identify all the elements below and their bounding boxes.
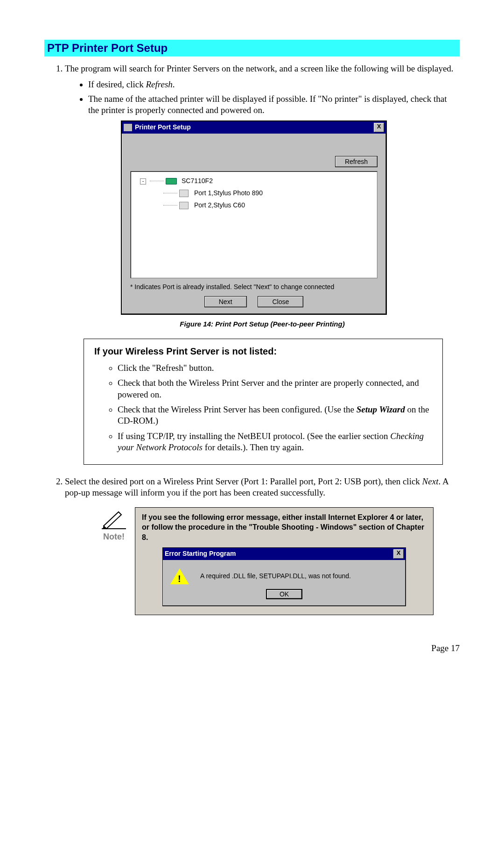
printserver-icon [166, 178, 177, 184]
tree-connector [163, 193, 177, 194]
note-block: Note! If you see the following error mes… [93, 507, 460, 615]
printer-port-setup-dialog: Printer Port Setup X Refresh - SC7110F2 [121, 121, 387, 315]
close-icon[interactable]: X [374, 123, 384, 132]
error-message: A required .DLL file, SETUPAPI.DLL, was … [200, 572, 351, 581]
ordered-steps: The program will search for Printer Serv… [44, 63, 460, 615]
next-button[interactable]: Next [204, 296, 247, 307]
ok-button[interactable]: OK [266, 589, 302, 599]
close-icon[interactable]: X [393, 549, 404, 559]
note-body: If you see the following error message, … [135, 507, 434, 615]
not-listed-box: If your Wireless Print Server is not lis… [84, 339, 443, 465]
text: If using TCP/IP, try installing the NetB… [118, 431, 390, 441]
figure-caption: Figure 14: Print Port Setup (Peer-to-pee… [65, 319, 460, 328]
page-number: Page 17 [44, 643, 460, 653]
not-listed-title: If your Wireless Print Server is not lis… [94, 346, 432, 358]
error-titlebar: Error Starting Program X [163, 548, 406, 560]
text: Select the desired port on a Wireless Pr… [65, 476, 422, 486]
tree-port2-row[interactable]: Port 2,Stylus C60 [135, 199, 372, 212]
aside-b2: Check that both the Wireless Print Serve… [118, 377, 432, 400]
port1-label: Port 1,Stylus Photo 890 [194, 189, 263, 198]
warning-icon [170, 568, 189, 584]
note-text: If you see the following error message, … [142, 512, 427, 543]
step-2: Select the desired port on a Wireless Pr… [65, 476, 460, 615]
aside-b4: If using TCP/IP, try installing the NetB… [118, 431, 432, 454]
close-button[interactable]: Close [258, 296, 303, 307]
dialog-hint: * Indicates Port is already installed. S… [130, 283, 378, 291]
dialog-titlebar: Printer Port Setup X [122, 121, 386, 134]
device-name: SC7110F2 [182, 177, 213, 185]
tree-connector [150, 181, 164, 182]
tree-device-row[interactable]: - SC7110F2 [135, 175, 372, 187]
text: . [173, 79, 175, 89]
step1-bullet-printer-name: The name of the attached printer will be… [88, 93, 460, 116]
error-title: Error Starting Program [165, 550, 236, 558]
tree-port1-row[interactable]: Port 1,Stylus Photo 890 [135, 187, 372, 199]
setup-wizard-word: Setup Wizard [357, 404, 405, 414]
next-word: Next [422, 476, 439, 486]
device-tree[interactable]: - SC7110F2 Port 1,Stylus Photo 890 [130, 171, 378, 278]
aside-b3: Check that the Wireless Print Server has… [118, 404, 432, 427]
not-listed-bullets: Click the "Refresh" button. Check that b… [94, 362, 432, 453]
step1-bullet-refresh: If desired, click Refresh. [88, 79, 460, 90]
note-label: Note! [93, 532, 135, 542]
dialog-title: Printer Port Setup [135, 123, 191, 132]
step1-text: The program will search for Printer Serv… [65, 64, 454, 73]
step-1: The program will search for Printer Serv… [65, 63, 460, 465]
printer-icon [179, 190, 189, 197]
collapse-icon[interactable]: - [140, 178, 146, 184]
error-dialog: Error Starting Program X A required .DLL… [162, 547, 406, 606]
refresh-word: Refresh [146, 79, 172, 89]
step1-bullets: If desired, click Refresh. The name of t… [65, 79, 460, 116]
tree-connector [163, 205, 177, 206]
section-title: PTP Printer Port Setup [44, 40, 460, 57]
text: If desired, click [88, 79, 146, 89]
printer-icon [179, 202, 189, 209]
text: Check that the Wireless Print Server has… [118, 404, 357, 414]
app-icon [124, 124, 132, 131]
aside-b1: Click the "Refresh" button. [118, 362, 432, 374]
port2-label: Port 2,Stylus C60 [194, 201, 245, 210]
note-pen-icon [100, 507, 128, 530]
text: for details.). Then try again. [203, 442, 304, 452]
refresh-button[interactable]: Refresh [335, 156, 378, 167]
